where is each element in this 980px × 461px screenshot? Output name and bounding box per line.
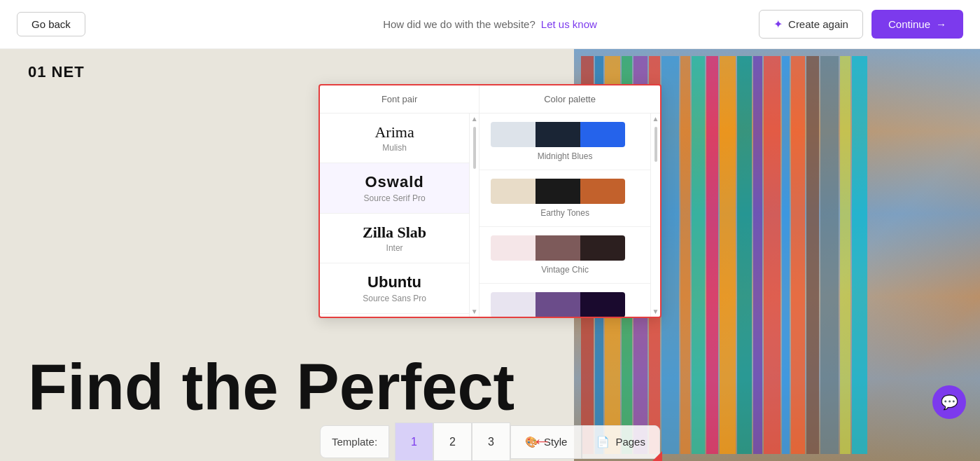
swatch bbox=[491, 292, 536, 317]
swatch bbox=[491, 122, 536, 147]
color-label-earthy-tones: Earthy Tones bbox=[491, 208, 639, 218]
color-item-vintage-chic[interactable]: Vintage Chic bbox=[479, 227, 650, 284]
topbar-left: Go back bbox=[17, 12, 85, 36]
color-scrollbar-thumb[interactable] bbox=[654, 127, 657, 162]
arrow-right-icon: → bbox=[936, 18, 946, 30]
font-sub-arima: Mulish bbox=[334, 143, 455, 153]
swatch bbox=[580, 122, 625, 147]
topbar-center: How did we do with the website? Let us k… bbox=[383, 18, 597, 30]
create-again-button[interactable]: ✦ Create again bbox=[759, 10, 863, 39]
preview-logo: 01 NET bbox=[28, 63, 85, 81]
font-name-oswald: Oswald bbox=[334, 173, 455, 191]
swatch bbox=[580, 179, 625, 204]
swatch bbox=[536, 292, 580, 317]
swatch bbox=[491, 235, 536, 261]
color-item-mystical-night[interactable]: Mystical Night bbox=[479, 284, 650, 317]
template-label: Template: bbox=[320, 425, 389, 458]
font-scrollbar-thumb[interactable] bbox=[473, 127, 476, 169]
preview-area: 01 NET Home Online Store 🛒 (0) bbox=[0, 49, 980, 461]
color-item-midnight-blues[interactable]: Midnight Blues bbox=[479, 113, 650, 170]
preview-hero-text: Find the Perfect bbox=[28, 355, 514, 419]
color-label-vintage-chic: Vintage Chic bbox=[491, 265, 639, 275]
swatch bbox=[580, 292, 625, 317]
template-2-button[interactable]: 2 bbox=[433, 422, 472, 461]
swatch bbox=[536, 235, 580, 261]
continue-button[interactable]: Continue → bbox=[872, 10, 963, 39]
color-panel: Color palette Midnight Blues bbox=[479, 85, 660, 317]
let-us-know-link[interactable]: Let us know bbox=[541, 18, 597, 30]
font-scroll-up[interactable]: ▲ bbox=[471, 115, 478, 123]
font-name-ubuntu: Ubuntu bbox=[334, 273, 455, 291]
color-list[interactable]: Midnight Blues Earthy Tones bbox=[479, 113, 650, 317]
swatch bbox=[536, 122, 580, 147]
pages-label: Pages bbox=[615, 436, 645, 448]
swatch bbox=[580, 235, 625, 261]
chat-button[interactable]: 💬 bbox=[932, 385, 966, 419]
font-scroll-down[interactable]: ▼ bbox=[471, 308, 478, 315]
font-item-zilla[interactable]: Zilla Slab Inter bbox=[320, 214, 469, 263]
font-name-zilla: Zilla Slab bbox=[334, 223, 455, 242]
sparkle-icon: ✦ bbox=[774, 18, 783, 31]
go-back-button[interactable]: Go back bbox=[17, 12, 85, 36]
red-arrow-indicator: ← bbox=[532, 430, 552, 453]
swatch bbox=[491, 179, 536, 204]
font-item-arima[interactable]: Arima Mulish bbox=[320, 113, 469, 163]
font-sub-oswald: Source Serif Pro bbox=[334, 193, 455, 203]
pages-icon: 📄 bbox=[596, 436, 610, 448]
font-item-ubuntu[interactable]: Ubuntu Source Sans Pro bbox=[320, 263, 469, 313]
template-1-button[interactable]: 1 bbox=[395, 422, 433, 461]
font-color-popup: Font pair Arima Mulish Oswald Source Ser… bbox=[318, 84, 662, 318]
font-name-arima: Arima bbox=[334, 123, 455, 142]
pages-button[interactable]: 📄 Pages bbox=[582, 425, 660, 459]
color-label-midnight-blues: Midnight Blues bbox=[491, 151, 639, 161]
font-item-oswald[interactable]: Oswald Source Serif Pro bbox=[320, 163, 469, 213]
color-scroll-down[interactable]: ▼ bbox=[652, 308, 659, 315]
color-panel-header: Color palette bbox=[479, 85, 660, 113]
feedback-text: How did we do with the website? bbox=[383, 18, 536, 30]
font-panel: Font pair Arima Mulish Oswald Source Ser… bbox=[320, 85, 479, 317]
font-panel-header: Font pair bbox=[320, 85, 479, 113]
continue-label: Continue bbox=[888, 18, 930, 30]
top-bar: Go back How did we do with the website? … bbox=[0, 0, 980, 49]
font-list[interactable]: Arima Mulish Oswald Source Serif Pro Zil… bbox=[320, 113, 469, 317]
color-item-earthy-tones[interactable]: Earthy Tones bbox=[479, 170, 650, 227]
create-again-label: Create again bbox=[788, 18, 848, 30]
font-sub-ubuntu: Source Sans Pro bbox=[334, 294, 455, 303]
chat-icon: 💬 bbox=[941, 394, 958, 411]
template-3-button[interactable]: 3 bbox=[472, 422, 510, 461]
swatch bbox=[536, 179, 580, 204]
font-sub-zilla: Inter bbox=[334, 243, 455, 253]
bottom-toolbar: Template: 1 2 3 🎨 Style 📄 Pages bbox=[0, 422, 980, 461]
color-scroll-up[interactable]: ▲ bbox=[652, 115, 659, 123]
topbar-right: ✦ Create again Continue → bbox=[759, 10, 963, 39]
